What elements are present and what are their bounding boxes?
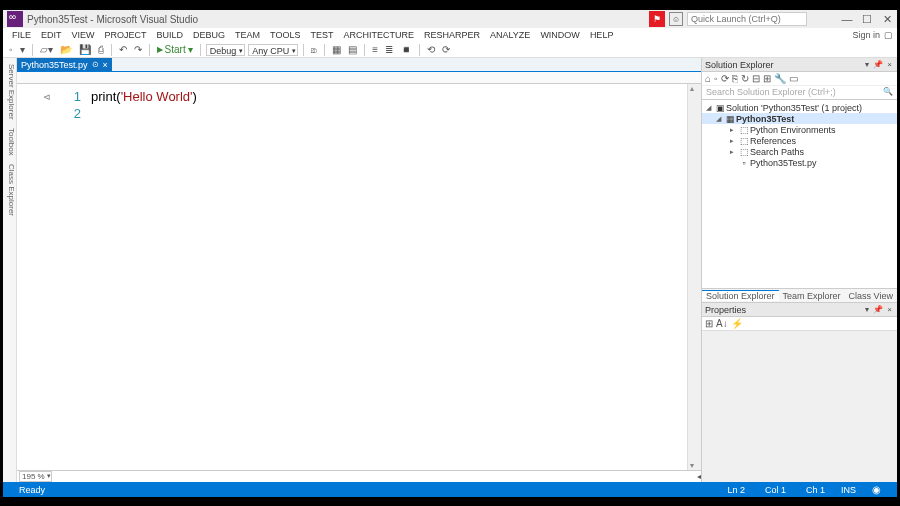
undo-icon[interactable]: ↶ bbox=[117, 44, 129, 55]
expand-icon[interactable]: ▸ bbox=[730, 148, 738, 156]
expand-icon[interactable]: ◢ bbox=[706, 104, 714, 112]
collapse-icon[interactable]: ⊟ bbox=[752, 73, 760, 84]
code-text[interactable]: print('Hello World') bbox=[91, 84, 687, 470]
new-icon[interactable]: ▱▾ bbox=[38, 44, 55, 55]
env-icon: ⬚ bbox=[738, 125, 750, 135]
tree-node-references[interactable]: ▸ ⬚ References bbox=[702, 135, 897, 146]
tab-label: Python35Test.py bbox=[21, 60, 88, 70]
menu-test[interactable]: TEST bbox=[305, 30, 338, 40]
save-all-icon[interactable]: ⎙ bbox=[96, 44, 106, 55]
tool-icon[interactable]: ▤ bbox=[346, 44, 359, 55]
menu-view[interactable]: VIEW bbox=[67, 30, 100, 40]
indicator-icon: ⊲ bbox=[43, 92, 51, 102]
solution-tree[interactable]: ◢ ▣ Solution 'Python35Test' (1 project) … bbox=[702, 100, 897, 288]
show-all-icon[interactable]: ⊞ bbox=[763, 73, 771, 84]
properties-body bbox=[702, 331, 897, 482]
py-file-icon: ▫ bbox=[738, 158, 750, 168]
tool-icon[interactable]: ≡ bbox=[370, 44, 380, 55]
alpha-icon[interactable]: A↓ bbox=[716, 318, 728, 329]
close-button[interactable]: ✕ bbox=[877, 13, 897, 26]
tree-node-searchpaths[interactable]: ▸ ⬚ Search Paths bbox=[702, 146, 897, 157]
account-icon[interactable]: ▢ bbox=[884, 30, 893, 40]
menu-debug[interactable]: DEBUG bbox=[188, 30, 230, 40]
tool-icon[interactable]: ⎄ bbox=[309, 44, 319, 55]
nav-back-icon[interactable]: ◦ bbox=[7, 44, 15, 55]
notifications-icon[interactable]: ◉ bbox=[862, 484, 891, 495]
prop-tool-icon[interactable]: ⚡ bbox=[731, 318, 743, 329]
tool-icon[interactable]: ⟳ bbox=[440, 44, 452, 55]
tree-node-environments[interactable]: ▸ ⬚ Python Environments bbox=[702, 124, 897, 135]
tab-class-view[interactable]: Class View bbox=[845, 291, 897, 301]
panel-menu-icon[interactable]: ▾ bbox=[863, 305, 871, 314]
pin-icon[interactable]: 📌 bbox=[871, 60, 885, 69]
tool-icon[interactable]: ▦ bbox=[330, 44, 343, 55]
tab-team-explorer[interactable]: Team Explorer bbox=[779, 291, 845, 301]
pin-icon[interactable]: ⊙ bbox=[92, 60, 99, 69]
expand-icon[interactable]: ▸ bbox=[730, 137, 738, 145]
feedback-icon[interactable]: ☺ bbox=[669, 12, 683, 26]
menu-edit[interactable]: EDIT bbox=[36, 30, 67, 40]
minimize-button[interactable]: — bbox=[837, 13, 857, 25]
window-title: Python35Test - Microsoft Visual Studio bbox=[27, 14, 198, 25]
menu-team[interactable]: TEAM bbox=[230, 30, 265, 40]
search-solution-input[interactable]: Search Solution Explorer (Ctrl+;) bbox=[702, 86, 897, 100]
tool-icon[interactable]: ◾ bbox=[398, 44, 414, 55]
right-panel-tabs: Solution Explorer Team Explorer Class Vi… bbox=[702, 288, 897, 302]
close-tab-icon[interactable]: × bbox=[103, 60, 108, 70]
menu-tools[interactable]: TOOLS bbox=[265, 30, 305, 40]
tool-icon[interactable]: ⎘ bbox=[732, 73, 738, 84]
properties-panel: Properties ▾ 📌 × ⊞ A↓ ⚡ bbox=[702, 302, 897, 482]
tree-node-file[interactable]: ▫ Python35Test.py bbox=[702, 157, 897, 168]
document-tab[interactable]: Python35Test.py ⊙ × bbox=[17, 58, 112, 71]
rail-tab-server-explorer[interactable]: Server Explorer bbox=[7, 61, 16, 123]
navigation-bar[interactable] bbox=[17, 72, 701, 84]
sync-icon[interactable]: ⟳ bbox=[721, 73, 729, 84]
menu-build[interactable]: BUILD bbox=[152, 30, 189, 40]
panel-menu-icon[interactable]: ▾ bbox=[863, 60, 871, 69]
menu-analyze[interactable]: ANALYZE bbox=[485, 30, 535, 40]
notification-flag-icon[interactable]: ⚑ bbox=[649, 11, 665, 27]
pin-icon[interactable]: 📌 bbox=[871, 305, 885, 314]
expand-icon[interactable]: ▸ bbox=[730, 126, 738, 134]
menu-help[interactable]: HELP bbox=[585, 30, 619, 40]
menu-window[interactable]: WINDOW bbox=[535, 30, 585, 40]
vertical-scrollbar[interactable] bbox=[687, 84, 701, 470]
nav-fwd-icon[interactable]: ▾ bbox=[18, 44, 27, 55]
menubar: FILE EDIT VIEW PROJECT BUILD DEBUG TEAM … bbox=[3, 28, 897, 42]
categorize-icon[interactable]: ⊞ bbox=[705, 318, 713, 329]
redo-icon[interactable]: ↷ bbox=[132, 44, 144, 55]
signin-link[interactable]: Sign in bbox=[852, 30, 880, 40]
tab-solution-explorer[interactable]: Solution Explorer bbox=[702, 290, 779, 301]
close-panel-icon[interactable]: × bbox=[885, 60, 894, 69]
menu-project[interactable]: PROJECT bbox=[100, 30, 152, 40]
tool-icon[interactable]: ≣ bbox=[383, 44, 395, 55]
platform-combo[interactable]: Any CPU bbox=[248, 44, 298, 56]
menu-resharper[interactable]: RESHARPER bbox=[419, 30, 485, 40]
tree-project[interactable]: ◢ ▦ Python35Test bbox=[702, 113, 897, 124]
refs-icon: ⬚ bbox=[738, 136, 750, 146]
open-icon[interactable]: 📂 bbox=[58, 44, 74, 55]
rail-tab-class-explorer[interactable]: Class Explorer bbox=[7, 161, 16, 219]
titlebar: Python35Test - Microsoft Visual Studio ⚑… bbox=[3, 10, 897, 28]
tool-icon[interactable]: ⟲ bbox=[425, 44, 437, 55]
menu-architecture[interactable]: ARCHITECTURE bbox=[338, 30, 419, 40]
config-combo[interactable]: Debug bbox=[206, 44, 246, 56]
panel-title: Solution Explorer bbox=[705, 60, 774, 70]
refresh-icon[interactable]: ↻ bbox=[741, 73, 749, 84]
quick-launch-input[interactable] bbox=[687, 12, 807, 26]
save-icon[interactable]: 💾 bbox=[77, 44, 93, 55]
code-editor[interactable]: ⊲ 1 2 print('Hello World') bbox=[17, 84, 701, 470]
menu-file[interactable]: FILE bbox=[7, 30, 36, 40]
solution-icon: ▣ bbox=[714, 103, 726, 113]
close-panel-icon[interactable]: × bbox=[885, 305, 894, 314]
zoom-combo[interactable]: 195 % bbox=[19, 471, 52, 482]
properties-icon[interactable]: 🔧 bbox=[774, 73, 786, 84]
home-icon[interactable]: ⌂ bbox=[705, 73, 711, 84]
expand-icon[interactable]: ◢ bbox=[716, 115, 724, 123]
start-button[interactable]: Start ▾ bbox=[155, 44, 195, 55]
maximize-button[interactable]: ☐ bbox=[857, 13, 877, 26]
tree-solution-root[interactable]: ◢ ▣ Solution 'Python35Test' (1 project) bbox=[702, 102, 897, 113]
back-icon[interactable]: ◦ bbox=[714, 73, 718, 84]
preview-icon[interactable]: ▭ bbox=[789, 73, 798, 84]
rail-tab-toolbox[interactable]: Toolbox bbox=[7, 125, 16, 159]
